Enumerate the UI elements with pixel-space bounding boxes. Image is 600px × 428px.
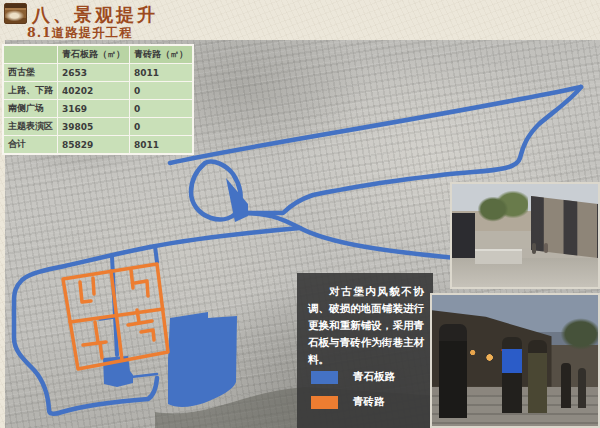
description-text: 对古堡内风貌不协调、破损的地面铺装进行更换和重新铺设，采用青石板与青砖作为街巷主… (297, 273, 433, 368)
photo-pedestrian (561, 363, 571, 408)
table-row: 南侧广场 3169 0 (4, 100, 192, 117)
photo-pedestrian (532, 243, 536, 254)
photo-trees (478, 188, 528, 235)
description-panel: 对古堡内风貌不协调、破损的地面铺装进行更换和重新铺设，采用青石板与青砖作为街巷主… (297, 273, 433, 428)
stone-value: 3169 (58, 100, 129, 117)
painting-stamp-icon (4, 3, 27, 24)
table-row: 主题表演区 39805 0 (4, 118, 192, 135)
brick-value: 0 (130, 118, 192, 135)
photo-person-blue-shirt (502, 337, 522, 413)
table-row: 上路、下路 40202 0 (4, 82, 192, 99)
brick-value: 0 (130, 100, 192, 117)
row-label: 合计 (4, 136, 57, 153)
stone-value: 85829 (58, 136, 129, 153)
brick-value: 8011 (130, 136, 192, 153)
legend-item-stone-road: 青石板路 (311, 370, 395, 384)
page-title: 八、景观提升 (32, 3, 158, 27)
brick-road-swatch (311, 396, 338, 409)
header-empty (4, 46, 57, 63)
photo-trees (555, 308, 598, 360)
legend-label: 青砖路 (353, 395, 385, 409)
row-label: 上路、下路 (4, 82, 57, 99)
photo-brick-building (531, 196, 598, 258)
header-brick-road: 青砖路（㎡） (130, 46, 192, 63)
photo-person-dress (528, 340, 546, 413)
legend-label: 青石板路 (353, 370, 395, 384)
photo-street-day (450, 182, 600, 289)
table-row: 西古堡 2653 8011 (4, 64, 192, 81)
photo-pedestrian (544, 243, 548, 253)
slide: 八、景观提升 8.1道路提升工程 青石板路（㎡） 青砖路（㎡） 西古堡 2653… (0, 0, 600, 428)
header-stone-road: 青石板路（㎡） (58, 46, 129, 63)
stone-road-fills (103, 178, 248, 407)
legend-item-brick-road: 青砖路 (311, 395, 385, 409)
photo-person-foreground (439, 324, 467, 418)
stone-value: 2653 (58, 64, 129, 81)
brick-value: 0 (130, 82, 192, 99)
stone-road-swatch (311, 371, 338, 384)
stone-value: 40202 (58, 82, 129, 99)
brick-value: 8011 (130, 64, 192, 81)
photo-pavement (452, 258, 598, 287)
page-subtitle: 8.1道路提升工程 (27, 25, 133, 42)
table-row-total: 合计 85829 8011 (4, 136, 192, 153)
road-area-table: 青石板路（㎡） 青砖路（㎡） 西古堡 2653 8011 上路、下路 40202… (3, 45, 193, 154)
row-label: 主题表演区 (4, 118, 57, 135)
photo-stone-planter (475, 249, 522, 264)
table-header-row: 青石板路（㎡） 青砖路（㎡） (4, 46, 192, 63)
row-label: 西古堡 (4, 64, 57, 81)
photo-pedestrian (578, 368, 586, 407)
photo-street-dusk (430, 293, 600, 428)
row-label: 南侧广场 (4, 100, 57, 117)
theme-plaza-fill (168, 312, 237, 407)
stone-value: 39805 (58, 118, 129, 135)
